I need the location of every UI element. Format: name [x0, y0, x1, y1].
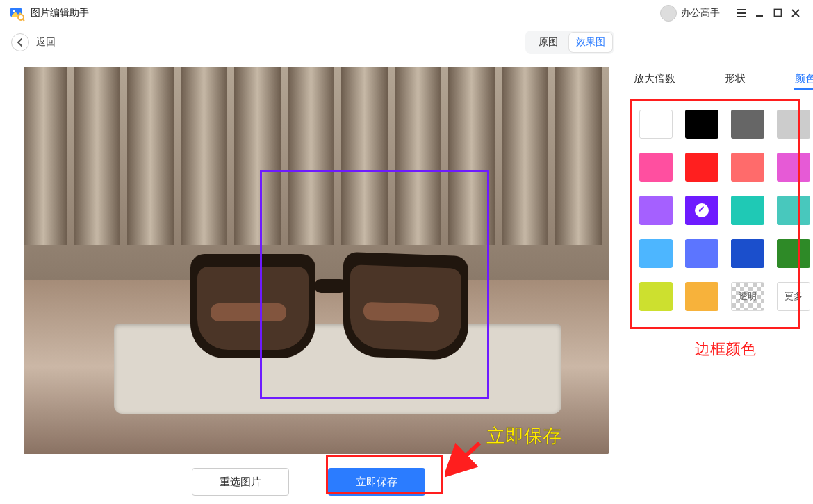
color-swatch-black[interactable]: [685, 110, 718, 139]
selection-rectangle[interactable]: [260, 170, 489, 399]
color-swatch-more[interactable]: 更多: [777, 282, 810, 311]
tab-shape[interactable]: 形状: [723, 69, 747, 90]
back-button[interactable]: [11, 33, 29, 51]
svg-rect-3: [774, 10, 781, 17]
reselect-image-button[interactable]: 重选图片: [192, 468, 289, 496]
preview-image[interactable]: [24, 67, 609, 454]
color-swatch-grid: 透明更多: [630, 100, 813, 321]
color-swatch-light-gray[interactable]: [777, 110, 810, 139]
color-swatch-transparent[interactable]: 透明: [731, 282, 764, 311]
app-title: 图片编辑助手: [31, 7, 89, 19]
toolbar: 返回 原图 效果图: [0, 26, 813, 58]
color-swatch-blue[interactable]: [731, 239, 764, 268]
tab-zoom[interactable]: 放大倍数: [632, 69, 677, 90]
color-swatch-violet[interactable]: [639, 196, 673, 225]
save-button[interactable]: 立即保存: [328, 468, 425, 496]
color-swatch-teal[interactable]: [731, 196, 764, 225]
color-swatch-salmon[interactable]: [731, 153, 764, 182]
back-label: 返回: [36, 36, 56, 49]
side-panel: 放大倍数 形状 颜色 透明更多: [617, 58, 813, 504]
color-swatch-dark-gray[interactable]: [731, 110, 764, 139]
app-icon: [8, 5, 25, 22]
view-original-tab[interactable]: 原图: [527, 33, 569, 52]
view-toggle: 原图 效果图: [525, 31, 614, 54]
color-swatch-pink[interactable]: [639, 153, 673, 182]
color-swatch-white[interactable]: [639, 110, 673, 139]
color-swatch-purple[interactable]: [685, 196, 718, 225]
color-swatch-amber[interactable]: [685, 282, 718, 311]
user-avatar[interactable]: [660, 5, 677, 22]
window-titlebar: 图片编辑助手 办公高手: [0, 0, 813, 26]
view-result-tab[interactable]: 效果图: [569, 33, 612, 52]
user-name[interactable]: 办公高手: [681, 7, 720, 19]
color-swatch-magenta[interactable]: [777, 153, 810, 182]
svg-point-1: [13, 10, 15, 12]
color-swatch-light-blue[interactable]: [639, 239, 673, 268]
close-icon[interactable]: [787, 4, 805, 22]
tab-color[interactable]: 颜色: [794, 69, 813, 90]
menu-icon[interactable]: [732, 4, 750, 22]
color-swatch-lime[interactable]: [639, 282, 673, 311]
maximize-icon[interactable]: [769, 4, 787, 22]
color-swatch-indigo[interactable]: [685, 239, 718, 268]
canvas-area: 重选图片 立即保存: [0, 58, 617, 504]
color-swatch-green[interactable]: [777, 239, 810, 268]
color-swatch-cyan[interactable]: [777, 196, 810, 225]
color-swatch-red[interactable]: [685, 153, 718, 182]
minimize-icon[interactable]: [750, 4, 769, 22]
